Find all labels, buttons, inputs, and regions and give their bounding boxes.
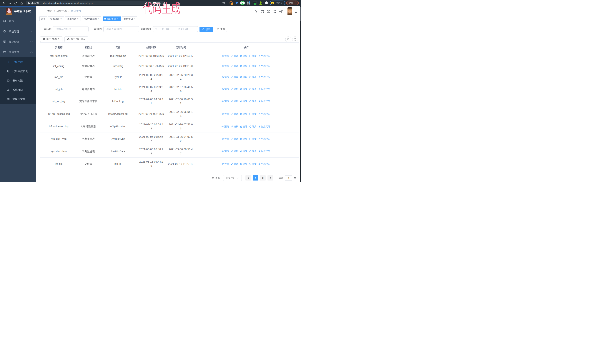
svg-text:on: on: [255, 3, 256, 5]
svg-text:1: 1: [232, 3, 232, 5]
